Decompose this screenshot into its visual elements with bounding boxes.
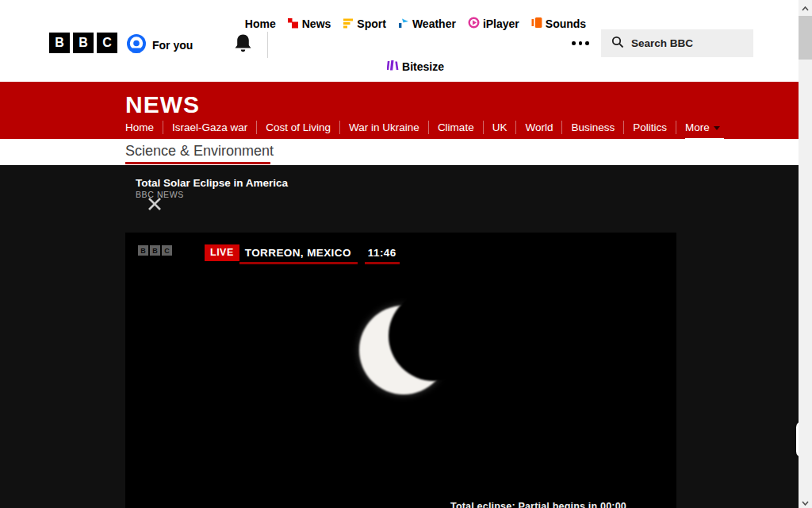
nav-label: News [302,17,331,30]
more-options-icon[interactable] [569,38,592,48]
for-you-account-button[interactable]: For you [127,34,193,56]
primary-nav: Home News [268,0,563,82]
account-icon [127,34,146,56]
nav-item-bitesize[interactable]: Bitesize [387,60,444,73]
news-nav-politics[interactable]: Politics [623,121,676,134]
bbc-logo-letter: B [49,33,70,53]
sport-icon [343,17,354,31]
watermark-letter: C [162,245,172,256]
watermark-letter: B [138,245,148,256]
close-icon [147,200,162,214]
section-title-link[interactable]: Science & Environment [125,143,274,160]
eclipse-countdown-caption: Total eclipse: Partial begins in 00:00 [450,501,626,508]
close-video-button[interactable] [147,197,162,214]
watermark-letter: B [150,245,160,256]
bbc-logo-letter: B [73,33,94,53]
nav-item-sounds[interactable]: Sounds [531,17,586,31]
nav-item-home[interactable]: Home [245,17,276,31]
video-title: Total Solar Eclipse in America [136,177,288,189]
bbc-news-page: B B C For you [0,0,812,508]
bbc-logo[interactable]: B B C [49,33,117,53]
nav-label: Bitesize [402,60,444,73]
news-banner: NEWS Home Israel-Gaza war Cost of Living… [0,82,799,139]
search-input[interactable]: Search BBC [601,29,753,57]
live-strap: LIVE TORREON, MEXICO 11:46 [205,244,400,264]
nav-item-iplayer[interactable]: iPlayer [468,17,519,31]
weather-icon [398,17,409,31]
eclipse-shadow-disc [389,291,479,381]
nav-label: iPlayer [483,17,519,30]
bell-icon [233,44,253,57]
nav-label: Sport [357,17,386,30]
nav-item-news[interactable]: News [288,17,331,31]
news-nav-home[interactable]: Home [125,121,163,134]
more-label: More [685,121,710,134]
chevron-down-icon [714,126,720,130]
news-nav-israel-gaza-war[interactable]: Israel-Gaza war [163,121,256,134]
site-header: B B C For you [0,0,799,82]
news-icon [288,17,299,31]
video-overlay-page: Total Solar Eclipse in America BBC NEWS … [0,165,799,508]
nav-item-sport[interactable]: Sport [343,17,386,31]
iplayer-icon [468,17,480,31]
section-title-underline [125,162,270,164]
chevron-down-icon [802,495,809,508]
notifications-button[interactable] [233,33,253,58]
page-scrollbar[interactable] [799,0,812,508]
scrollbar-thumb[interactable] [799,16,812,60]
news-nav-world[interactable]: World [515,121,561,134]
news-nav-more[interactable]: More [676,121,729,134]
news-nav-business[interactable]: Business [561,121,623,134]
nav-label: Weather [412,17,456,30]
news-masthead[interactable]: NEWS [125,91,200,118]
news-nav-uk[interactable]: UK [483,121,516,134]
search-label: Search BBC [631,37,693,49]
bbc-watermark: B B C [138,245,172,256]
chevron-up-icon [802,0,809,14]
bbc-logo-letter: C [97,33,117,53]
live-video-player[interactable]: B B C LIVE TORREON, MEXICO 11:46 Total e… [125,233,676,508]
local-time: 11:46 [365,244,400,264]
scroll-down-button[interactable] [799,495,812,508]
news-section-nav: Home Israel-Gaza war Cost of Living War … [125,121,729,134]
bitesize-icon [387,60,399,73]
location-label: TORREON, MEXICO [239,244,358,264]
nav-label: Home [245,17,276,30]
scroll-up-button[interactable] [799,0,812,13]
news-nav-cost-of-living[interactable]: Cost of Living [256,121,339,134]
nav-label: Sounds [546,17,586,30]
for-you-label: For you [152,39,193,52]
nav-item-weather[interactable]: Weather [398,17,456,31]
live-badge: LIVE [205,244,239,261]
sounds-icon [531,17,542,31]
search-icon [611,36,624,52]
section-subnav: Science & Environment [0,139,799,165]
news-nav-climate[interactable]: Climate [428,121,483,134]
news-nav-war-in-ukraine[interactable]: War in Ukraine [339,121,428,134]
